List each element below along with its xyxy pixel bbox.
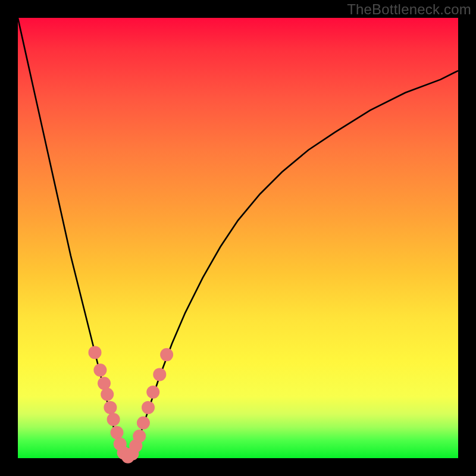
marker-point (93, 364, 107, 377)
marker-group (89, 346, 174, 463)
plot-area (18, 18, 458, 458)
marker-point (89, 346, 102, 359)
marker-point (153, 368, 166, 381)
marker-point (104, 401, 117, 414)
marker-point (142, 401, 155, 414)
marker-point (133, 430, 146, 443)
marker-point (111, 426, 124, 439)
marker-point (107, 413, 120, 426)
marker-point (160, 348, 173, 361)
marker-point (98, 377, 111, 390)
chart-frame: TheBottleneck.com (0, 0, 476, 476)
marker-point (146, 386, 159, 399)
marker-point (137, 416, 150, 430)
curve-svg (18, 18, 458, 458)
marker-point (101, 388, 114, 401)
watermark-text: TheBottleneck.com (347, 1, 471, 18)
bottleneck-curve (18, 18, 458, 458)
